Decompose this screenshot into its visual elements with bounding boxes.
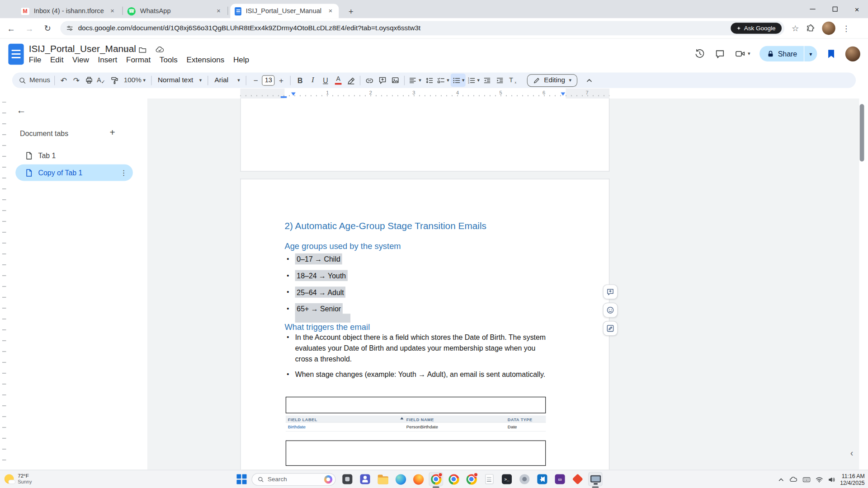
chrome-app-2[interactable] xyxy=(447,472,461,486)
doc-tab-item-2-selected[interactable]: Copy of Tab 1 ⋮ xyxy=(15,164,133,181)
join-call-button[interactable]: ▾ xyxy=(735,49,750,59)
menu-insert[interactable]: Insert xyxy=(94,54,122,65)
share-split-button[interactable]: Share ▾ xyxy=(760,46,817,61)
tab-close-icon[interactable]: × xyxy=(326,7,334,15)
left-indent-marker[interactable] xyxy=(281,96,287,98)
insert-link-button[interactable] xyxy=(363,74,376,87)
bulleted-list-button[interactable]: ▾ xyxy=(450,74,466,87)
line-spacing-button[interactable] xyxy=(422,74,435,87)
comments-icon[interactable] xyxy=(714,48,725,59)
hide-menus-button[interactable] xyxy=(583,74,596,87)
increase-indent-button[interactable] xyxy=(494,74,506,87)
horizontal-ruler[interactable]: 1 2 3 4 5 6 7 xyxy=(0,89,859,99)
add-comment-float-button[interactable] xyxy=(603,284,618,299)
paragraph-style-select[interactable]: Normal text▾ xyxy=(155,74,205,87)
weather-widget[interactable]: 72°F Sunny xyxy=(5,473,32,485)
menu-file[interactable]: File xyxy=(24,54,46,65)
bookmark-star-icon[interactable]: ☆ xyxy=(792,23,799,33)
close-panel-arrow-icon[interactable]: ← xyxy=(17,105,26,116)
ask-google-button[interactable]: Ask Google xyxy=(731,23,782,33)
first-line-indent-marker[interactable] xyxy=(291,92,296,95)
notepad-app[interactable] xyxy=(482,472,496,486)
start-button[interactable] xyxy=(236,474,247,484)
paint-format-button[interactable] xyxy=(108,74,121,87)
decrease-font-size-button[interactable]: − xyxy=(250,74,262,87)
share-dropdown[interactable]: ▾ xyxy=(804,46,817,61)
add-tab-icon[interactable]: + xyxy=(109,127,115,138)
scrollbar-thumb[interactable] xyxy=(860,104,864,161)
window-close-button[interactable]: × xyxy=(846,0,868,18)
browser-tab-docs[interactable]: ISIJ_Portal_User_Manual - Goo × xyxy=(230,4,339,19)
volume-icon[interactable] xyxy=(828,476,835,483)
back-icon[interactable]: ← xyxy=(4,21,19,36)
menu-tools[interactable]: Tools xyxy=(155,54,182,65)
tab-close-icon[interactable]: × xyxy=(108,7,116,15)
document-page-previous[interactable] xyxy=(240,99,609,172)
menu-edit[interactable]: Edit xyxy=(46,54,68,65)
hidden-icons-chevron[interactable] xyxy=(778,476,784,483)
redo-button[interactable]: ↷ xyxy=(70,74,83,87)
decrease-indent-button[interactable] xyxy=(481,74,494,87)
editing-mode-select[interactable]: Editing ▾ xyxy=(527,74,577,86)
extensions-puzzle-icon[interactable] xyxy=(806,24,815,33)
file-explorer-app[interactable] xyxy=(376,472,390,486)
text-color-button[interactable]: A xyxy=(332,74,344,87)
menu-view[interactable]: View xyxy=(68,54,93,65)
font-size-input[interactable]: 13 xyxy=(262,75,275,85)
italic-button[interactable]: I xyxy=(307,74,319,87)
bold-button[interactable]: B xyxy=(294,74,307,87)
url-text[interactable]: docs.google.com/document/d/1Q8xj6S6o31Qg… xyxy=(78,24,421,32)
taskbar-clock[interactable]: 11:16 AM 12/4/2025 xyxy=(840,473,864,486)
chrome-app-3[interactable] xyxy=(464,472,479,486)
tab-close-icon[interactable]: × xyxy=(215,7,222,15)
address-bar[interactable]: docs.google.com/document/d/1Q8xj6S6o31Qg… xyxy=(60,21,784,36)
numbered-list-button[interactable]: 1 2 3 ▾ xyxy=(466,74,481,87)
document-title[interactable]: ISIJ_Portal_User_Manual xyxy=(29,44,136,55)
reload-icon[interactable]: ↻ xyxy=(40,21,55,36)
print-button[interactable] xyxy=(83,74,95,87)
red-diamond-app[interactable] xyxy=(571,472,585,486)
edge-app[interactable] xyxy=(393,472,408,486)
forward-icon[interactable]: → xyxy=(22,21,37,36)
chrome-app-active[interactable] xyxy=(429,472,443,486)
add-emoji-float-button[interactable] xyxy=(603,303,618,318)
increase-font-size-button[interactable]: + xyxy=(275,74,288,87)
align-button[interactable]: ▾ xyxy=(408,74,422,87)
suggest-edits-float-button[interactable] xyxy=(603,321,618,336)
firefox-app[interactable] xyxy=(411,472,425,486)
browser-tab-gmail[interactable]: M Inbox (4) - ishann.tforce@gmai × xyxy=(17,4,121,19)
undo-button[interactable]: ↶ xyxy=(57,74,70,87)
new-tab-button[interactable]: + xyxy=(344,5,358,18)
version-history-icon[interactable] xyxy=(694,48,705,59)
menu-extensions[interactable]: Extensions xyxy=(182,54,229,65)
doc-tab-item-1[interactable]: Tab 1 xyxy=(15,147,133,164)
remote-desktop-app-active[interactable] xyxy=(588,472,603,486)
add-comment-button[interactable] xyxy=(376,74,389,87)
menu-format[interactable]: Format xyxy=(122,54,155,65)
right-indent-marker[interactable] xyxy=(561,92,565,95)
account-avatar[interactable] xyxy=(845,46,860,61)
browser-tab-whatsapp[interactable]: ☎ WhatsApp × xyxy=(123,4,227,19)
copilot-icon[interactable] xyxy=(324,475,332,483)
terminal-app[interactable]: >_ xyxy=(500,472,514,486)
font-select[interactable]: Arial▾ xyxy=(211,74,243,87)
profile-avatar[interactable] xyxy=(822,22,835,35)
browser-menu-icon[interactable]: ⋮ xyxy=(842,24,850,33)
spellcheck-button[interactable]: A✓ xyxy=(95,74,108,87)
checklist-button[interactable]: ▾ xyxy=(435,74,450,87)
window-minimize-button[interactable] xyxy=(802,0,824,18)
vscode-app[interactable] xyxy=(535,472,549,486)
zoom-select[interactable]: 100%▾ xyxy=(121,74,149,87)
premium-flag-icon[interactable] xyxy=(826,48,836,59)
embedded-screenshot-frame[interactable] xyxy=(286,441,546,466)
task-view-app[interactable] xyxy=(340,472,354,486)
document-page[interactable]: 2) Automatic Age-Group Stage Transition … xyxy=(240,179,609,470)
window-maximize-button[interactable] xyxy=(824,0,846,18)
taskbar-search[interactable]: Search xyxy=(252,473,336,485)
menus-search-button[interactable]: Menus xyxy=(18,74,51,87)
onedrive-cloud-icon[interactable] xyxy=(789,476,797,483)
tab-options-kebab-icon[interactable]: ⋮ xyxy=(120,169,127,177)
site-settings-icon[interactable] xyxy=(66,24,74,32)
star-document-icon[interactable]: ☆ xyxy=(123,45,130,54)
wifi-icon[interactable] xyxy=(815,476,823,483)
